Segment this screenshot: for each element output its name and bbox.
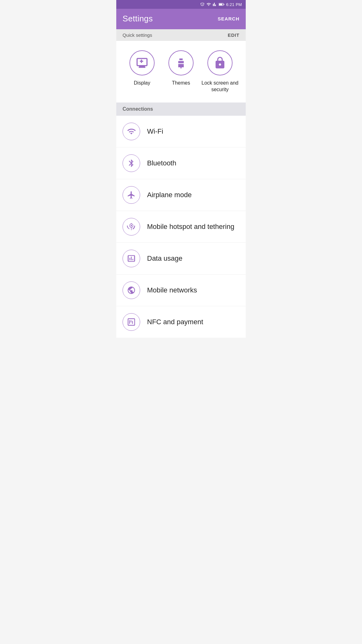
wifi-circle — [123, 123, 140, 140]
hotspot-circle — [123, 218, 140, 236]
nfc-label: NFC and payment — [147, 318, 203, 326]
quick-setting-themes[interactable]: Themes — [162, 50, 200, 86]
hotspot-icon — [127, 222, 136, 231]
lockscreen-icon — [213, 56, 227, 69]
quick-settings-icons: Display Themes Lock screen andsecurity — [116, 41, 246, 103]
datausage-icon — [127, 254, 136, 263]
wifi-item[interactable]: Wi-Fi — [116, 116, 246, 147]
datausage-circle — [123, 250, 140, 267]
wifi-icon — [127, 127, 136, 136]
quick-settings-bar: Quick settings EDIT — [116, 29, 246, 41]
signal-icon — [213, 2, 217, 7]
status-icons: 6:21 PM — [200, 2, 242, 7]
quick-setting-display[interactable]: Display — [123, 50, 162, 86]
nfc-circle — [123, 313, 140, 331]
app-header: Settings SEARCH — [116, 9, 246, 29]
lockscreen-circle — [207, 50, 233, 75]
settings-list: Wi-Fi Bluetooth Airplane mode Mobile hot… — [116, 116, 246, 338]
wifi-label: Wi-Fi — [147, 127, 163, 136]
quick-setting-lockscreen[interactable]: Lock screen andsecurity — [200, 50, 239, 93]
airplane-circle — [123, 186, 140, 204]
page-title: Settings — [123, 14, 153, 24]
alarm-icon — [200, 2, 205, 7]
themes-icon — [174, 56, 188, 69]
svg-rect-2 — [224, 4, 224, 5]
display-label: Display — [134, 80, 150, 86]
airplane-icon — [127, 191, 136, 199]
status-time: 6:21 PM — [226, 2, 242, 7]
nfc-icon — [127, 318, 136, 326]
mobilenetworks-icon — [127, 286, 136, 295]
connections-label: Connections — [123, 106, 153, 112]
airplane-item[interactable]: Airplane mode — [116, 179, 246, 211]
datausage-label: Data usage — [147, 254, 183, 263]
svg-rect-3 — [180, 64, 182, 69]
bluetooth-icon — [127, 159, 136, 168]
connections-section-header: Connections — [116, 103, 246, 116]
hotspot-label: Mobile hotspot and tethering — [147, 223, 234, 231]
display-circle — [129, 50, 155, 75]
mobilenetworks-item[interactable]: Mobile networks — [116, 275, 246, 306]
hotspot-item[interactable]: Mobile hotspot and tethering — [116, 211, 246, 243]
svg-rect-1 — [219, 3, 223, 5]
quick-settings-label: Quick settings — [123, 32, 152, 38]
bluetooth-label: Bluetooth — [147, 159, 176, 167]
airplane-label: Airplane mode — [147, 191, 192, 199]
bluetooth-circle — [123, 154, 140, 172]
datausage-item[interactable]: Data usage — [116, 243, 246, 275]
themes-label: Themes — [172, 80, 190, 86]
edit-button[interactable]: EDIT — [228, 32, 239, 38]
mobilenetworks-circle — [123, 281, 140, 299]
search-button[interactable]: SEARCH — [218, 16, 239, 21]
lockscreen-label: Lock screen andsecurity — [201, 80, 238, 93]
bluetooth-item[interactable]: Bluetooth — [116, 147, 246, 179]
battery-icon — [219, 3, 224, 6]
display-icon — [135, 56, 149, 69]
wifi-status-icon — [206, 2, 211, 7]
themes-circle — [168, 50, 194, 75]
nfc-item[interactable]: NFC and payment — [116, 306, 246, 338]
status-bar: 6:21 PM — [116, 0, 246, 9]
mobilenetworks-label: Mobile networks — [147, 286, 197, 294]
